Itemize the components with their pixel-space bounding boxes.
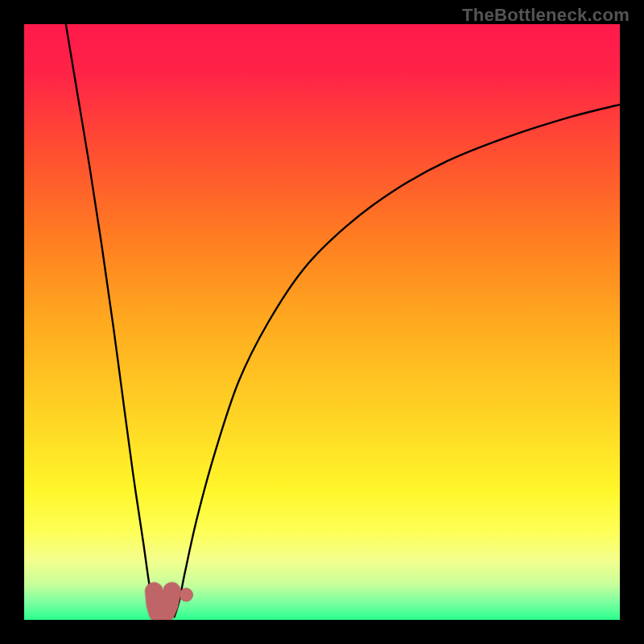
marker-single-dot — [180, 588, 192, 601]
chart-frame: TheBottleneck.com — [0, 0, 644, 644]
watermark-text: TheBottleneck.com — [462, 5, 630, 26]
marker-u-shape-outline — [154, 591, 171, 615]
chart-svg — [24, 24, 620, 620]
plot-area — [24, 24, 620, 620]
